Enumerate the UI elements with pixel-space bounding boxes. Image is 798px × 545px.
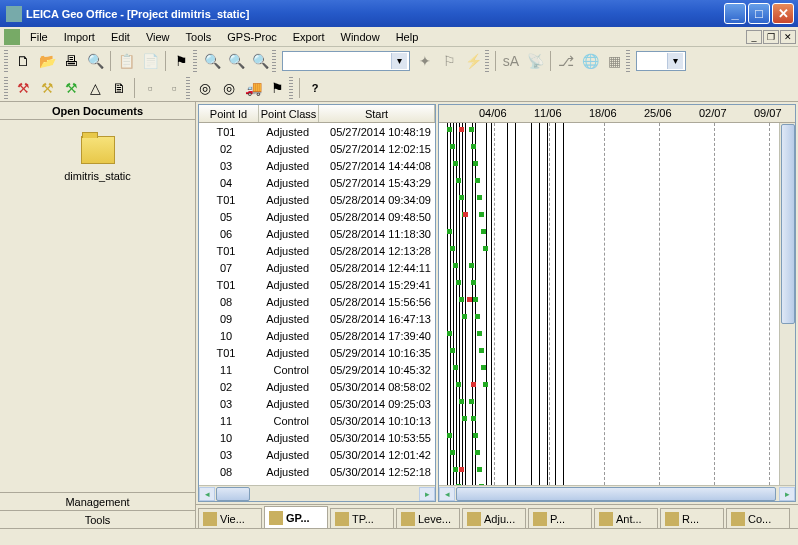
table-row[interactable]: T01Adjusted05/28/2014 09:34:09 bbox=[199, 191, 435, 208]
mdi-minimize[interactable]: _ bbox=[746, 30, 762, 44]
toolbar-grip[interactable] bbox=[289, 77, 293, 99]
toolbar-grip[interactable] bbox=[4, 77, 8, 99]
tool-green[interactable]: ⚒ bbox=[60, 77, 82, 99]
zoom-out-button[interactable]: 🔍 bbox=[225, 50, 247, 72]
tab-vie[interactable]: Vie... bbox=[198, 508, 262, 528]
cell-start: 05/30/2014 12:52:18 bbox=[319, 466, 435, 478]
close-button[interactable]: ✕ bbox=[772, 3, 794, 24]
toolbar-grip[interactable] bbox=[4, 50, 8, 72]
tool-doc[interactable]: 🗎 bbox=[108, 77, 130, 99]
app-icon bbox=[6, 6, 22, 22]
table-row[interactable]: 04Adjusted05/27/2014 15:43:29 bbox=[199, 174, 435, 191]
h-scrollbar[interactable]: ◂ ▸ bbox=[439, 485, 795, 501]
menu-window[interactable]: Window bbox=[333, 29, 388, 45]
mdi-close[interactable]: ✕ bbox=[780, 30, 796, 44]
tool-red[interactable]: ⚒ bbox=[12, 77, 34, 99]
menu-export[interactable]: Export bbox=[285, 29, 333, 45]
combo-1[interactable] bbox=[282, 51, 410, 71]
print-button[interactable]: 🖶 bbox=[60, 50, 82, 72]
menu-edit[interactable]: Edit bbox=[103, 29, 138, 45]
toolbar-grip[interactable] bbox=[193, 50, 197, 72]
table-row[interactable]: T01Adjusted05/27/2014 10:48:19 bbox=[199, 123, 435, 140]
table-row[interactable]: 02Adjusted05/30/2014 08:58:02 bbox=[199, 378, 435, 395]
cell-class: Adjusted bbox=[259, 262, 319, 274]
toolbar-grip[interactable] bbox=[272, 50, 276, 72]
tool-truck[interactable]: 🚚 bbox=[242, 77, 264, 99]
tool-target[interactable]: ◎ bbox=[194, 77, 216, 99]
col-point-class[interactable]: Point Class bbox=[259, 105, 319, 122]
preview-button[interactable]: 🔍 bbox=[84, 50, 106, 72]
maximize-button[interactable]: □ bbox=[748, 3, 770, 24]
tab-adju[interactable]: Adju... bbox=[462, 508, 526, 528]
table-row[interactable]: 11Control05/30/2014 10:10:13 bbox=[199, 412, 435, 429]
tab-label: Ant... bbox=[616, 513, 642, 525]
timeline-date: 18/06 bbox=[589, 107, 617, 119]
zoom-in-button[interactable]: 🔍 bbox=[201, 50, 223, 72]
table-row[interactable]: 08Adjusted05/28/2014 15:56:56 bbox=[199, 293, 435, 310]
tab-co[interactable]: Co... bbox=[726, 508, 790, 528]
table-row[interactable]: T01Adjusted05/28/2014 12:13:28 bbox=[199, 242, 435, 259]
toolbar-grip[interactable] bbox=[186, 77, 190, 99]
mdi-child-icon bbox=[4, 29, 20, 45]
zoom-fit-button[interactable]: 🔍 bbox=[249, 50, 271, 72]
combo-2[interactable] bbox=[636, 51, 686, 71]
tab-r[interactable]: R... bbox=[660, 508, 724, 528]
project-label[interactable]: dimitris_static bbox=[64, 170, 131, 182]
cell-class: Adjusted bbox=[259, 398, 319, 410]
menu-gps-proc[interactable]: GPS-Proc bbox=[219, 29, 285, 45]
menu-tools[interactable]: Tools bbox=[178, 29, 220, 45]
timeline-body[interactable] bbox=[439, 123, 795, 485]
menu-view[interactable]: View bbox=[138, 29, 178, 45]
table-row[interactable]: T01Adjusted05/29/2014 10:16:35 bbox=[199, 344, 435, 361]
cell-id: 03 bbox=[199, 160, 259, 172]
flag-button[interactable]: ⚑ bbox=[170, 50, 192, 72]
table-row[interactable]: 05Adjusted05/28/2014 09:48:50 bbox=[199, 208, 435, 225]
table-row[interactable]: T01Adjusted05/28/2014 15:29:41 bbox=[199, 276, 435, 293]
tab-p[interactable]: P... bbox=[528, 508, 592, 528]
tool-triangle[interactable]: △ bbox=[84, 77, 106, 99]
h-scrollbar[interactable]: ◂ ▸ bbox=[199, 485, 435, 501]
tab-tp[interactable]: TP... bbox=[330, 508, 394, 528]
project-icon[interactable] bbox=[81, 136, 115, 164]
menu-file[interactable]: File bbox=[22, 29, 56, 45]
table-row[interactable]: 09Adjusted05/28/2014 16:47:13 bbox=[199, 310, 435, 327]
tool-flag3[interactable]: ⚑ bbox=[266, 77, 288, 99]
minimize-button[interactable]: _ bbox=[724, 3, 746, 24]
tab-ant[interactable]: Ant... bbox=[594, 508, 658, 528]
mdi-restore[interactable]: ❐ bbox=[763, 30, 779, 44]
v-scrollbar[interactable] bbox=[779, 123, 795, 485]
col-start[interactable]: Start bbox=[319, 105, 435, 122]
col-point-id[interactable]: Point Id bbox=[199, 105, 259, 122]
sidebar-btn-management[interactable]: Management bbox=[0, 492, 195, 510]
open-button[interactable]: 📂 bbox=[36, 50, 58, 72]
table-row[interactable]: 10Adjusted05/28/2014 17:39:40 bbox=[199, 327, 435, 344]
cell-class: Adjusted bbox=[259, 313, 319, 325]
cell-class: Control bbox=[259, 364, 319, 376]
new-button[interactable]: 🗋 bbox=[12, 50, 34, 72]
tab-icon bbox=[731, 512, 745, 526]
table-row[interactable]: 06Adjusted05/28/2014 11:18:30 bbox=[199, 225, 435, 242]
table-row[interactable]: 03Adjusted05/27/2014 14:44:08 bbox=[199, 157, 435, 174]
cell-class: Adjusted bbox=[259, 432, 319, 444]
cell-class: Adjusted bbox=[259, 126, 319, 138]
table-row[interactable]: 10Adjusted05/30/2014 10:53:55 bbox=[199, 429, 435, 446]
tab-gp[interactable]: GP... bbox=[264, 506, 328, 528]
sidebar-btn-tools[interactable]: Tools bbox=[0, 510, 195, 528]
table-row[interactable]: 07Adjusted05/28/2014 12:44:11 bbox=[199, 259, 435, 276]
cell-start: 05/30/2014 10:53:55 bbox=[319, 432, 435, 444]
table-row[interactable]: 03Adjusted05/30/2014 09:25:03 bbox=[199, 395, 435, 412]
table-row[interactable]: 08Adjusted05/30/2014 12:52:18 bbox=[199, 463, 435, 480]
table-row[interactable]: 11Control05/29/2014 10:45:32 bbox=[199, 361, 435, 378]
tab-leve[interactable]: Leve... bbox=[396, 508, 460, 528]
tool-yellow[interactable]: ⚒ bbox=[36, 77, 58, 99]
table-row[interactable]: 03Adjusted05/30/2014 12:01:42 bbox=[199, 446, 435, 463]
toolbar-grip[interactable] bbox=[485, 50, 489, 72]
help-button[interactable]: ? bbox=[304, 77, 326, 99]
table-body[interactable]: T01Adjusted05/27/2014 10:48:1902Adjusted… bbox=[199, 123, 435, 485]
table-row[interactable]: 02Adjusted05/27/2014 12:02:15 bbox=[199, 140, 435, 157]
toolbar-grip[interactable] bbox=[626, 50, 630, 72]
tool-target2[interactable]: ◎ bbox=[218, 77, 240, 99]
menu-import[interactable]: Import bbox=[56, 29, 103, 45]
menu-help[interactable]: Help bbox=[388, 29, 427, 45]
paste-button: 📄 bbox=[139, 50, 161, 72]
